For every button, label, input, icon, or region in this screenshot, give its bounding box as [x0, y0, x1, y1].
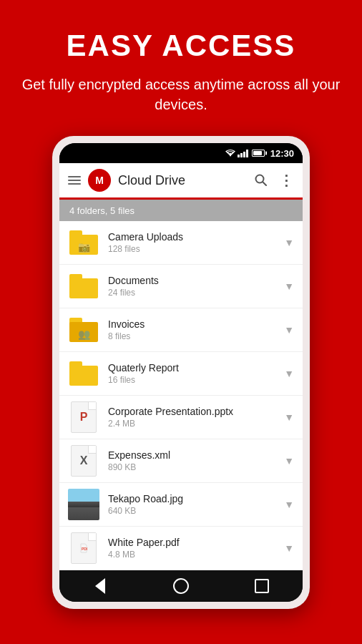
file-info: Corporate Presentation.pptx 2.4 MB [108, 406, 275, 429]
list-item[interactable]: P Corporate Presentation.pptx 2.4 MB ▼ [59, 396, 303, 439]
file-name: Camera Uploads [108, 231, 275, 243]
list-item[interactable]: 📷 Camera Uploads 128 files ▼ [59, 221, 303, 265]
battery-icon [252, 150, 265, 157]
recents-button[interactable] [251, 575, 273, 597]
search-button[interactable] [253, 172, 270, 189]
file-meta: 16 files [108, 375, 275, 385]
file-info: Tekapo Road.jpg 640 KB [108, 493, 275, 516]
chevron-down-icon[interactable]: ▼ [284, 324, 294, 336]
file-list: 📷 Camera Uploads 128 files ▼ [59, 221, 303, 570]
folder-camera-icon: 📷 [68, 227, 99, 258]
svg-text:PDF: PDF [82, 547, 87, 551]
header-section: EASY ACCESS Get fully encrypted access a… [0, 0, 362, 129]
list-item[interactable]: PDF White Paper.pdf 4.8 MB ▼ [59, 527, 303, 570]
chevron-down-icon[interactable]: ▼ [284, 542, 294, 554]
file-info: Invoices 8 files [108, 318, 275, 341]
chevron-down-icon[interactable]: ▼ [284, 237, 294, 248]
file-info: Expenses.xml 890 KB [108, 449, 275, 472]
file-name: Expenses.xml [108, 449, 275, 461]
list-item[interactable]: 👥 Invoices 8 files ▼ [59, 308, 303, 352]
file-name: Invoices [108, 318, 275, 330]
phone-inner: 12:30 M Cloud Drive ⋮ 4 fold [59, 143, 303, 602]
file-name: White Paper.pdf [108, 537, 275, 548]
file-meta: 640 KB [108, 506, 275, 516]
status-bar: 12:30 [59, 143, 303, 163]
folder-icon [68, 270, 99, 302]
chevron-down-icon[interactable]: ▼ [284, 499, 294, 510]
hamburger-menu-button[interactable] [68, 176, 81, 185]
file-name: Tekapo Road.jpg [108, 493, 275, 504]
phone-container: 12:30 M Cloud Drive ⋮ 4 fold [52, 136, 310, 609]
nav-bar [59, 570, 303, 602]
info-bar: 4 folders, 5 files [59, 200, 303, 221]
list-item[interactable]: Documents 24 files ▼ [59, 265, 303, 308]
file-count-label: 4 folders, 5 files [69, 205, 134, 216]
folder-people-icon: 👥 [68, 314, 99, 346]
file-name: Quaterly Report [108, 362, 275, 374]
file-info: Quaterly Report 16 files [108, 362, 275, 385]
svg-point-0 [230, 155, 231, 157]
file-meta: 24 files [108, 288, 275, 298]
home-button[interactable] [170, 575, 192, 597]
chevron-down-icon[interactable]: ▼ [284, 280, 294, 292]
jpg-thumbnail [68, 489, 99, 520]
file-meta: 4.8 MB [108, 550, 275, 560]
app-title: Cloud Drive [118, 173, 245, 188]
chevron-down-icon[interactable]: ▼ [284, 455, 294, 467]
list-item[interactable]: X Expenses.xml 890 KB ▼ [59, 439, 303, 483]
page-title: EASY ACCESS [21, 29, 341, 63]
svg-line-2 [263, 182, 267, 186]
pdf-file-icon: PDF [68, 532, 99, 564]
file-name: Corporate Presentation.pptx [108, 406, 275, 417]
page-subtitle: Get fully encrypted access anytime acros… [21, 74, 341, 114]
pdf-symbol: PDF [80, 543, 87, 553]
file-name: Documents [108, 275, 275, 286]
xml-file-icon: X [68, 445, 99, 477]
folder-icon [68, 358, 99, 389]
wifi-icon [225, 149, 235, 157]
list-item[interactable]: Tekapo Road.jpg 640 KB ▼ [59, 483, 303, 527]
chevron-down-icon[interactable]: ▼ [284, 368, 294, 379]
search-icon [254, 173, 268, 187]
file-meta: 8 files [108, 331, 275, 341]
file-info: Camera Uploads 128 files [108, 231, 275, 254]
file-meta: 890 KB [108, 462, 275, 472]
file-meta: 128 files [108, 244, 275, 254]
list-item[interactable]: Quaterly Report 16 files ▼ [59, 352, 303, 396]
status-time: 12:30 [270, 148, 294, 159]
more-options-button[interactable]: ⋮ [277, 172, 294, 189]
app-bar: M Cloud Drive ⋮ [59, 163, 303, 197]
file-meta: 2.4 MB [108, 419, 275, 429]
pptx-file-icon: P [68, 401, 99, 433]
file-info: Documents 24 files [108, 275, 275, 298]
back-button[interactable] [89, 575, 111, 597]
chevron-down-icon[interactable]: ▼ [284, 411, 294, 423]
mega-logo: M [88, 169, 111, 192]
signal-icon [238, 149, 248, 157]
file-info: White Paper.pdf 4.8 MB [108, 537, 275, 560]
status-icons [225, 149, 265, 157]
